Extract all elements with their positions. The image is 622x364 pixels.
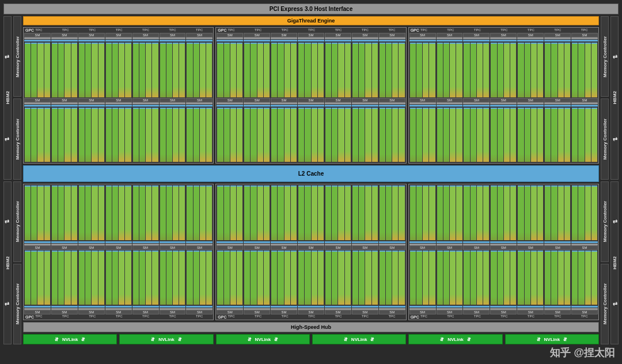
gpc-label: GPC (218, 315, 226, 319)
sm-block (379, 103, 405, 163)
sm-label: SM (379, 310, 405, 314)
sm-block (463, 103, 490, 163)
sm-label: SM (160, 98, 186, 103)
tpc-label: TPC (105, 314, 132, 319)
nvlink-block: ⇵NVLink⇵ (216, 334, 310, 344)
tpc-label: TPC (132, 28, 159, 33)
sm-label: SM (463, 98, 490, 103)
tpc-label: TPC (52, 314, 78, 319)
tpc-label: TPC (79, 314, 105, 319)
sm-label: SM (217, 310, 243, 314)
sm-label: SM (490, 310, 517, 314)
sm-block (352, 103, 378, 163)
sm-label: SM (409, 98, 436, 103)
tpc-label: TPC (79, 28, 105, 33)
sm-block (244, 250, 270, 310)
tpc-label: TPC (378, 28, 405, 33)
arrow-icon: ⇵ (55, 337, 59, 342)
arrow-icon: ⇵ (537, 337, 541, 342)
sm-block (463, 250, 490, 310)
sm-label: SM (463, 33, 490, 37)
sm-block (571, 37, 598, 98)
memory-controller: Memory Controller⇄ (601, 98, 609, 179)
sm-label: SM (298, 310, 324, 314)
sm-label: SM (271, 98, 297, 103)
gpc: GPCSMSMSMSMSMSMSMSMSMSMSMSMSMSMTPCTPCTPC… (408, 184, 599, 320)
sm-label: SM (298, 33, 324, 37)
memory-controller: ⇄Memory Controller (13, 98, 21, 179)
sm-label: SM (24, 98, 51, 103)
sm-label: SM (186, 310, 213, 314)
sm-block (24, 103, 51, 163)
sm-block (271, 37, 297, 98)
sm-label: SM (51, 33, 78, 37)
memctrl-col-right: Memory Controller⇄ Memory Controller⇄ Me… (601, 16, 609, 344)
tpc-label: TPC (544, 28, 571, 33)
sm-block (51, 250, 78, 310)
sm-label: SM (409, 33, 436, 37)
l2-cache: L2 Cache (23, 165, 599, 182)
tpc-label: TPC (105, 28, 132, 33)
sm-label: SM (409, 310, 436, 314)
tpc-label: TPC (491, 314, 517, 319)
tpc-label: TPC (544, 314, 571, 319)
sm-label: SM (544, 98, 571, 103)
sm-label: SM (244, 98, 270, 103)
sm-block (244, 185, 270, 245)
tpc-label: TPC (437, 314, 464, 319)
sm-label: SM (544, 245, 571, 250)
tpc-label: TPC (186, 28, 213, 33)
arrow-icon: ⇵ (344, 337, 348, 342)
gpc-label: GPC (25, 28, 34, 32)
tpc-label: TPC (518, 28, 544, 33)
sm-label: SM (571, 245, 598, 250)
sm-label: SM (217, 245, 243, 250)
memctrl-col-left: ⇄Memory Controller ⇄Memory Controller ⇄M… (13, 16, 21, 344)
gpc: GPCTPCTPCTPCTPCTPCTPCTPCSMSMSMSMSMSMSMSM… (215, 27, 406, 164)
nvlink-block: ⇵NVLink⇵ (23, 334, 117, 344)
sm-block (78, 103, 105, 163)
sm-block (186, 185, 213, 245)
sm-block (105, 250, 132, 310)
sm-block (352, 185, 378, 245)
sm-label: SM (244, 310, 270, 314)
arrow-icon: ⇄ (613, 218, 617, 225)
arrow-icon: ⇄ (613, 136, 617, 142)
sm-block (544, 185, 571, 245)
tpc-label: TPC (132, 314, 159, 319)
sm-label: SM (271, 310, 297, 314)
sm-label: SM (217, 33, 243, 37)
memory-controller: ⇄Memory Controller (13, 181, 21, 262)
sm-block (490, 103, 517, 163)
sm-label: SM (132, 33, 159, 37)
sm-block (352, 37, 378, 98)
sm-block (544, 250, 571, 310)
sm-label: SM (437, 98, 463, 103)
tpc-label: TPC (159, 314, 185, 319)
hbm2-block: HBM2 (3, 181, 12, 345)
sm-block (105, 37, 132, 98)
tpc-label: TPC (52, 28, 78, 33)
gpc: GPCTPCTPCTPCTPCTPCTPCTPCSMSMSMSMSMSMSMSM… (23, 27, 214, 164)
sm-label: SM (571, 98, 598, 103)
sm-block (271, 185, 297, 245)
sm-label: SM (379, 33, 405, 37)
arrow-icon: ⇵ (563, 337, 567, 342)
sm-label: SM (105, 98, 132, 103)
high-speed-hub: High-Speed Hub (23, 322, 599, 332)
sm-label: SM (132, 245, 159, 250)
sm-block (437, 185, 463, 245)
tpc-label: TPC (352, 28, 378, 33)
sm-block (217, 37, 243, 98)
gpc-label: GPC (411, 28, 419, 32)
sm-block (132, 250, 159, 310)
tpc-label: TPC (186, 314, 213, 319)
sm-block (51, 185, 78, 245)
sm-label: SM (490, 98, 517, 103)
sm-label: SM (437, 33, 463, 37)
sm-block (186, 37, 213, 98)
tpc-label: TPC (571, 28, 597, 33)
sm-label: SM (325, 98, 351, 103)
arrow-icon: ⇄ (5, 136, 9, 142)
gpc-row-top: GPCTPCTPCTPCTPCTPCTPCTPCSMSMSMSMSMSMSMSM… (23, 27, 599, 164)
